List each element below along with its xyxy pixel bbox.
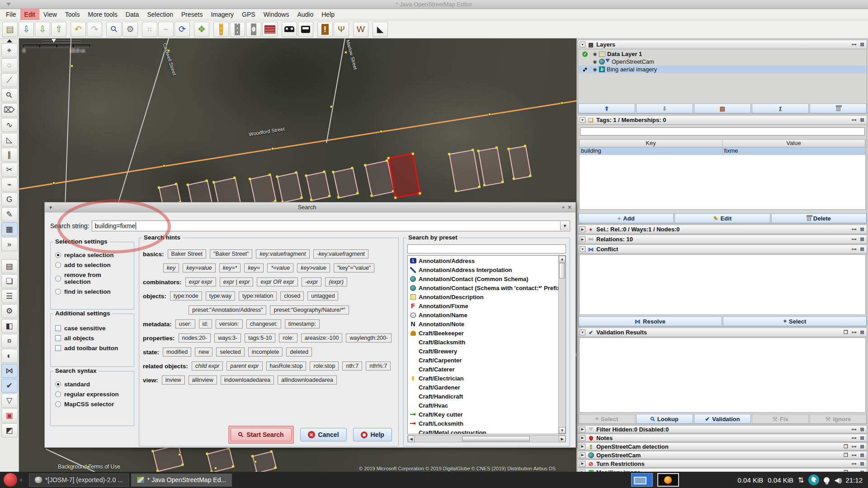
layers-collapse-icon[interactable]: ▼ [580, 42, 585, 47]
selection-collapse-icon[interactable]: ▶ [580, 226, 585, 232]
search-hint-chip[interactable]: modified [163, 347, 191, 357]
menu-presets[interactable]: Presets [177, 9, 207, 20]
zoom-slider-thumb[interactable] [52, 39, 56, 42]
search-hint-chip[interactable]: id: [199, 319, 212, 328]
way-node[interactable] [561, 102, 563, 104]
search-hint-chip[interactable]: indownloadedarea [221, 375, 274, 385]
search-hint-chip[interactable]: waylength:200- [346, 333, 392, 343]
option-standard[interactable]: standard [55, 381, 129, 388]
search-input[interactable]: building=fixme ▼ [92, 221, 570, 231]
layer-up-button[interactable]: ⬆ [578, 103, 635, 113]
panel-close-icon[interactable]: ⊠ [859, 329, 865, 335]
search-hint-chip[interactable]: *=value [267, 263, 293, 272]
search-hint-chip[interactable]: type:relation [239, 291, 277, 300]
preset-item[interactable]: Craft/Hvac [408, 401, 558, 410]
validation-validation-button[interactable]: ✔Validation [694, 414, 751, 424]
radio-icon[interactable] [55, 252, 61, 258]
sync-icon[interactable]: ⟳ [175, 22, 190, 37]
background-terms-link[interactable]: Background Terms of Use [58, 464, 120, 470]
search-hint-chip[interactable]: expr expr [185, 277, 216, 286]
tags-collapse-icon[interactable]: ▼ [580, 117, 585, 123]
building-outline[interactable] [250, 174, 277, 206]
food-preset-icon[interactable]: Ψ [334, 22, 349, 37]
search-hint-chip[interactable]: selected [216, 347, 245, 357]
search-hint-chip[interactable]: -expr [302, 277, 321, 286]
preset-item[interactable]: Craft/Gardener [408, 383, 558, 392]
search-hint-chip[interactable]: key= [244, 263, 264, 272]
search-hint-chip[interactable]: -key:valuefragment [313, 249, 368, 258]
checkbox-icon[interactable] [55, 345, 61, 351]
scroll-up-icon[interactable]: ▲ [559, 256, 566, 263]
building-outline[interactable] [478, 147, 504, 186]
search-hint-chip[interactable]: areasize:-100 [301, 333, 343, 343]
building-outline[interactable] [207, 448, 234, 472]
search-hint-chip[interactable]: hasRole:stop [266, 361, 307, 371]
preset-item[interactable]: Annotation/Contact (Schema with 'contact… [408, 283, 558, 292]
menu-tools[interactable]: Tools [61, 9, 84, 20]
pin-icon[interactable]: ⊶ [851, 117, 857, 123]
preset-item[interactable]: Craft/Caterer [408, 365, 558, 374]
delete-tag-button[interactable]: Delete [771, 213, 867, 223]
task-josm[interactable]: * Java OpenStreetMap Ed... [131, 474, 232, 487]
filter-panel-toggle[interactable]: ▽ [1, 394, 18, 408]
search-hint-chip[interactable]: type:way [206, 291, 235, 300]
search-hint-chip[interactable]: allinview [189, 375, 217, 385]
properties-panel-toggle[interactable]: ¤ [1, 334, 18, 348]
pin-icon[interactable]: ⊶ [851, 236, 857, 242]
search-hint-chip[interactable]: version: [216, 319, 243, 328]
search-hint-chip[interactable]: untagged [307, 291, 338, 300]
upload-icon[interactable]: ⇧ [51, 22, 66, 37]
preset-item[interactable]: Craft/Handicraft [408, 392, 558, 401]
gpx-tool[interactable]: G [1, 192, 18, 206]
panel-collapse-icon[interactable]: ▶ [580, 461, 585, 467]
preset-item[interactable]: NAnnotation/Note [408, 319, 558, 328]
conflict-panel-toggle[interactable]: ⋈ [1, 364, 18, 378]
layer-visibility-icon[interactable]: ◉ [591, 59, 599, 64]
add-tag-button[interactable]: +Add [578, 213, 674, 223]
search-hint-chip[interactable]: role:stop [310, 361, 339, 371]
search-icon[interactable]: ⚲ [106, 22, 122, 37]
search-hint-chip[interactable]: "key"="value" [334, 263, 374, 272]
search-hint-chip[interactable]: expr OR expr [257, 277, 297, 286]
layer-activate-button[interactable]: ▤ [694, 103, 751, 113]
menu-selection[interactable]: Selection [143, 9, 177, 20]
volume-icon[interactable]: ◀))) [834, 477, 841, 483]
search-hint-chip[interactable]: nodes:20- [179, 333, 211, 343]
layers-panel-toggle[interactable]: ▤ [1, 259, 18, 273]
settings-panel-toggle[interactable]: ⚙ [1, 304, 18, 318]
road-preset-icon[interactable] [230, 22, 245, 37]
search-hint-chip[interactable]: role: [279, 333, 297, 343]
preset-item[interactable]: Craft/Beekeeper [408, 328, 558, 338]
search-hint-chip[interactable]: nth%:7 [366, 361, 391, 371]
hazard-preset-icon[interactable]: ! [317, 22, 333, 37]
dialog-close-icon[interactable]: ✕ [566, 204, 573, 211]
building-tool[interactable]: ▦ [1, 222, 18, 236]
split-way-tool[interactable]: ✂ [1, 163, 18, 177]
search-hint-chip[interactable]: user: [175, 319, 195, 328]
preset-item[interactable]: Craft/Electrician [408, 374, 558, 383]
radio-icon[interactable] [55, 289, 61, 295]
tag-filter-input[interactable] [580, 127, 865, 136]
search-hint-chip[interactable]: ways:3- [214, 333, 241, 343]
radio-icon[interactable] [55, 381, 61, 387]
draw-style-icon[interactable]: ⌁ [158, 22, 174, 37]
panel-close-icon[interactable]: ⊠ [859, 461, 865, 467]
search-hint-chip[interactable]: closed [280, 291, 304, 300]
selection-panel-toggle[interactable]: ☰ [1, 289, 18, 303]
search-hint-chip[interactable]: timestamp: [285, 319, 320, 328]
building-outline[interactable] [277, 172, 302, 203]
menu-imagery[interactable]: Imagery [207, 9, 238, 20]
menu-view[interactable]: View [39, 9, 61, 20]
building-outline[interactable] [306, 171, 330, 201]
validation-list[interactable] [579, 338, 866, 413]
checkbox-case-sensitive[interactable]: case sensitive [55, 325, 129, 332]
search-hint-chip[interactable]: key [163, 263, 179, 272]
checkbox-add-toolbar-button[interactable]: add toolbar button [55, 345, 129, 352]
preset-item[interactable]: ‐Annotation/Name [408, 310, 558, 319]
overlap-panel-toggle[interactable]: ◐ [1, 349, 18, 363]
search-hint-chip[interactable]: new [195, 347, 212, 357]
draw-nodes-tool[interactable]: ⟋ [1, 73, 18, 87]
panel-close-icon[interactable]: ⊠ [859, 435, 865, 441]
search-hint-chip[interactable]: key>value [297, 263, 330, 272]
panel-collapse-icon[interactable]: ▶ [580, 435, 585, 441]
